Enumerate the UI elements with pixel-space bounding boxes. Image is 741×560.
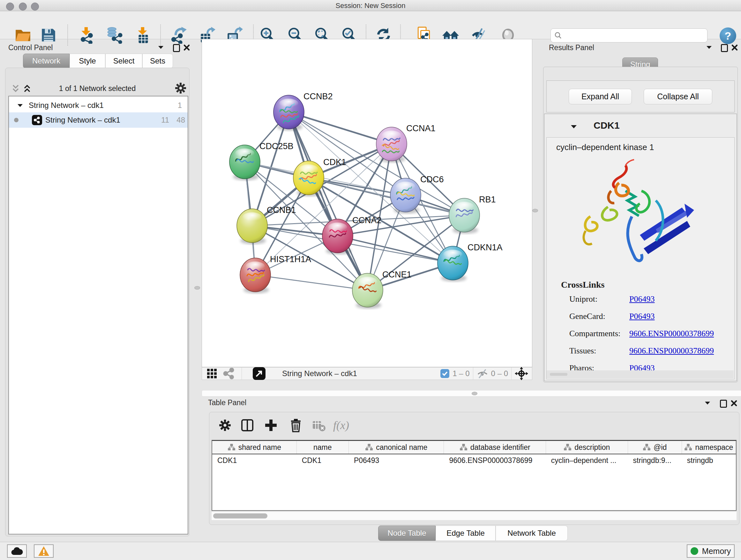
network-graph[interactable]: CCNB2CCNA1CDC25BCDK1CDC6RB1CCNB1CCNA2CDK… <box>202 39 532 367</box>
collapse-all-button[interactable]: Collapse All <box>644 89 712 105</box>
table-panel-float-icon[interactable] <box>720 400 727 408</box>
delete-table-icon[interactable] <box>310 417 327 434</box>
toolbar-separator <box>511 368 512 380</box>
show-columns-icon[interactable] <box>239 417 256 434</box>
tab-sets[interactable]: Sets <box>142 54 173 68</box>
control-panel-float-icon[interactable] <box>173 44 180 52</box>
horizontal-splitter-handle[interactable] <box>472 392 477 395</box>
vertical-splitter-handle[interactable] <box>532 209 538 212</box>
column-header-label: canonical name <box>376 443 427 452</box>
results-panel-float-icon[interactable] <box>721 44 728 52</box>
network-node-CDKN1A[interactable]: CDKN1A <box>437 243 502 282</box>
open-session-icon[interactable] <box>14 26 32 44</box>
network-tree-row-selected[interactable]: String Network – cdk1 11 48 <box>9 112 188 128</box>
network-edge[interactable] <box>289 112 392 144</box>
column-header[interactable]: @id <box>628 441 682 454</box>
column-header[interactable]: database identifier <box>444 441 546 454</box>
node-label: CCNE1 <box>382 270 412 279</box>
shared-column-icon <box>227 443 235 451</box>
crosslink-link[interactable]: 9606.ENSP00000378699 <box>629 329 714 338</box>
results-panel-close-icon[interactable] <box>731 44 738 51</box>
table-cell[interactable]: CDK1 <box>212 454 297 466</box>
tab-network[interactable]: Network <box>23 54 70 68</box>
import-network-from-database-icon[interactable] <box>105 26 123 44</box>
node-label: CCNB1 <box>267 205 296 215</box>
help-icon[interactable]: ? <box>720 27 736 44</box>
table-horizontal-scrollbar[interactable] <box>212 511 737 520</box>
memory-status-button[interactable]: Memory <box>687 544 735 558</box>
expand-all-networks-icon[interactable] <box>22 84 32 93</box>
network-node-CDC25B[interactable]: CDC25B <box>229 141 293 180</box>
network-view-canvas[interactable]: CCNB2CCNA1CDC25BCDK1CDC6RB1CCNB1CCNA2CDK… <box>202 39 532 367</box>
add-column-icon[interactable] <box>262 417 280 434</box>
function-builder-icon[interactable]: f(x) <box>333 417 350 434</box>
network-node-RB1[interactable]: RB1 <box>449 195 496 234</box>
expand-all-button[interactable]: Expand All <box>569 89 632 105</box>
table-header-row: shared namenamecanonical namedatabase id… <box>212 441 736 454</box>
horizontal-splitter[interactable] <box>202 390 741 396</box>
export-network-icon[interactable] <box>170 26 188 44</box>
column-header[interactable]: description <box>546 441 628 454</box>
table-cell[interactable]: stringdb <box>682 454 736 466</box>
column-header[interactable]: namespace <box>682 441 736 454</box>
warning-status-button[interactable] <box>34 544 54 558</box>
crosslink-link[interactable]: 9606.ENSP00000378699 <box>629 346 714 356</box>
table-options-gear-icon[interactable] <box>216 417 233 434</box>
share-network-icon[interactable] <box>223 368 234 379</box>
network-tree-root-row[interactable]: String Network – cdk1 1 <box>9 98 188 112</box>
table-cell[interactable]: cyclin–dependent ... <box>546 454 628 466</box>
network-node-HIST1H1A[interactable]: HIST1H1A <box>240 254 311 294</box>
collapse-all-networks-icon[interactable] <box>11 84 20 93</box>
cloud-status-button[interactable] <box>7 544 27 558</box>
crosslink-link[interactable]: P06493 <box>629 294 655 304</box>
collapse-gene-icon[interactable] <box>570 125 577 129</box>
selected-nodes-checkbox-icon[interactable] <box>441 369 449 378</box>
network-edge[interactable] <box>255 275 367 290</box>
results-panel-menu-icon[interactable] <box>706 45 712 49</box>
node-label: CCNA1 <box>406 124 435 133</box>
collapse-arrow-icon[interactable] <box>17 104 23 107</box>
column-header[interactable]: name <box>297 441 349 454</box>
tab-style[interactable]: Style <box>70 54 105 68</box>
selected-counts: 1 – 0 <box>453 369 469 378</box>
search-input[interactable] <box>562 31 701 40</box>
delete-column-icon[interactable] <box>287 417 305 434</box>
grid-view-icon[interactable] <box>206 368 217 379</box>
crosslink-link[interactable]: P06493 <box>629 312 655 321</box>
network-edge[interactable] <box>338 236 453 263</box>
control-panel-close-icon[interactable] <box>183 44 190 51</box>
tab-network-table[interactable]: Network Table <box>495 525 568 541</box>
table-cell[interactable]: stringdb:9... <box>628 454 682 466</box>
table-panel-menu-icon[interactable] <box>704 401 711 405</box>
network-node-CCNA1[interactable]: CCNA1 <box>376 124 435 163</box>
column-header-label: name <box>313 443 332 452</box>
table-panel-close-icon[interactable] <box>731 400 738 407</box>
import-table-from-file-icon[interactable] <box>135 26 152 44</box>
fit-selected-crosshair-icon[interactable] <box>515 367 528 380</box>
tab-edge-table[interactable]: Edge Table <box>435 525 495 541</box>
network-selection-status: 1 of 1 Network selected <box>42 84 153 93</box>
results-scroll-thumb[interactable] <box>550 373 567 376</box>
network-node-CCNB2[interactable]: CCNB2 <box>273 91 333 131</box>
network-node-CCNB1[interactable]: CCNB1 <box>237 205 296 244</box>
table-row[interactable]: CDK1CDK1P064939606.ENSP00000378699cyclin… <box>212 454 736 466</box>
control-panel-menu-icon[interactable] <box>158 45 164 49</box>
column-header[interactable]: canonical name <box>349 441 444 454</box>
hidden-elements-icon[interactable] <box>476 368 488 379</box>
birdseye-view-icon[interactable] <box>253 367 266 380</box>
scrollbar-thumb[interactable] <box>213 513 267 518</box>
table-cell[interactable]: 9606.ENSP00000378699 <box>444 454 546 466</box>
results-scroll-strip[interactable] <box>547 370 734 378</box>
import-network-from-file-icon[interactable] <box>78 26 96 44</box>
tab-select[interactable]: Select <box>105 54 142 68</box>
network-options-gear-icon[interactable] <box>174 82 187 95</box>
search-field[interactable] <box>550 28 708 43</box>
network-node-CCNE1[interactable]: CCNE1 <box>352 270 412 309</box>
column-header[interactable]: shared name <box>212 441 297 454</box>
vertical-splitter-handle[interactable] <box>194 286 200 290</box>
save-session-icon[interactable] <box>40 26 57 44</box>
tab-node-table[interactable]: Node Table <box>378 525 435 541</box>
table-cell[interactable]: P06493 <box>349 454 444 466</box>
node-count: 11 <box>161 116 169 125</box>
table-cell[interactable]: CDK1 <box>297 454 349 466</box>
